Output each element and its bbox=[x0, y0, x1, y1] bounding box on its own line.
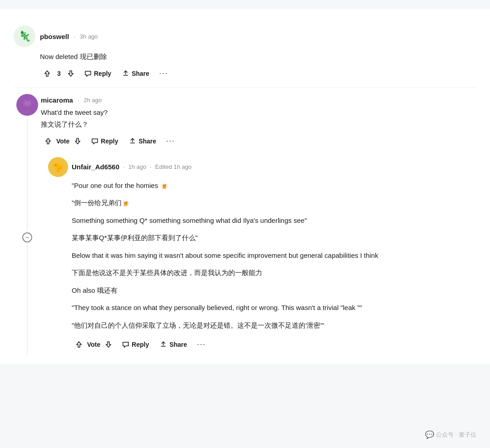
reply-btn-micaroma[interactable]: Reply bbox=[87, 135, 122, 148]
vote-group-pboswell: 3 bbox=[40, 67, 78, 80]
actions-unfair: Vote Reply bbox=[72, 338, 476, 351]
time-micaroma: 2h ago bbox=[84, 97, 102, 103]
thread-line-bottom bbox=[27, 242, 28, 355]
vote-label-unfair: Vote bbox=[87, 341, 100, 348]
more-btn-unfair[interactable]: ··· bbox=[193, 338, 209, 351]
share-btn-pboswell[interactable]: Share bbox=[118, 67, 154, 80]
thread-line-col: 👾 − bbox=[14, 92, 41, 355]
upvote-micaroma[interactable] bbox=[41, 135, 55, 148]
username-unfair: Unfair_Ad6560 bbox=[72, 163, 119, 171]
comment-header-micaroma: micaroma · 2h ago bbox=[41, 96, 476, 104]
timestamp-pboswell: · bbox=[74, 33, 75, 40]
vote-group-micaroma: Vote bbox=[41, 135, 85, 148]
downvote-unfair[interactable] bbox=[101, 338, 116, 351]
thread-content-micaroma: micaroma · 2h ago What'd the tweet say? … bbox=[41, 92, 476, 355]
downvote-micaroma[interactable] bbox=[70, 135, 85, 148]
username-micaroma: micaroma bbox=[41, 96, 73, 104]
avatar-pboswell: 🦎 bbox=[14, 25, 35, 47]
upvote-pboswell[interactable] bbox=[40, 67, 54, 80]
more-btn-pboswell[interactable]: ··· bbox=[156, 67, 172, 80]
avatar-unfair: 🐤 bbox=[48, 157, 68, 177]
upvote-unfair[interactable] bbox=[72, 338, 86, 351]
comment-header-pboswell: 🦎 pboswell · 3h ago bbox=[14, 25, 476, 47]
vote-label-micaroma: Vote bbox=[56, 138, 69, 145]
watermark-icon: 💬 bbox=[425, 430, 434, 439]
reply-header-unfair: 🐤 Unfair_Ad6560 · 1h ago · Edited 1h ago bbox=[48, 157, 476, 177]
reply-para-5-zh: "他们对自己的个人信仰采取了立场，无论是对还是错。这不是一次微不足道的'泄密'" bbox=[72, 320, 476, 331]
thread-micaroma: 👾 − micaroma · 2h ago What'd the tweet s… bbox=[14, 92, 476, 355]
collapse-btn[interactable]: − bbox=[22, 232, 32, 242]
actions-micaroma: Vote Reply bbox=[41, 134, 476, 148]
body-pboswell: Now deleted 现已删除 3 bbox=[40, 52, 476, 80]
vote-group-unfair: Vote bbox=[72, 338, 116, 351]
text-micaroma-zh: 推文说了什么？ bbox=[41, 119, 476, 130]
comment-micaroma: micaroma · 2h ago What'd the tweet say? … bbox=[41, 92, 476, 152]
separator-1 bbox=[14, 88, 476, 88]
username-pboswell: pboswell bbox=[40, 33, 69, 40]
dot-micaroma: · bbox=[78, 97, 79, 103]
more-btn-micaroma[interactable]: ··· bbox=[162, 134, 178, 148]
avatar-micaroma: 👾 bbox=[16, 94, 38, 116]
reply-para-2-en: Something something Q* something somethi… bbox=[72, 216, 476, 226]
page-container: 🦎 pboswell · 3h ago Now deleted 现已删除 3 bbox=[0, 9, 490, 364]
actions-pboswell: 3 Reply Sha bbox=[40, 67, 476, 80]
reply-unfair: 🐤 Unfair_Ad6560 · 1h ago · Edited 1h ago… bbox=[41, 152, 476, 355]
reply-para-5-en: "They took a stance on what they persona… bbox=[72, 303, 476, 313]
text-pboswell: Now deleted 现已删除 bbox=[40, 52, 476, 62]
body-micaroma: What'd the tweet say? 推文说了什么？ Vote bbox=[41, 108, 476, 148]
reply-para-2-zh: 某事某事Q*某事伊利亚的部下看到了什么" bbox=[72, 233, 476, 243]
edited-tag-unfair: Edited 1h ago bbox=[155, 163, 191, 170]
time-pboswell: 3h ago bbox=[80, 33, 98, 40]
reply-btn-unfair[interactable]: Reply bbox=[118, 338, 153, 351]
watermark-text: 公众号 · 量子位 bbox=[436, 431, 476, 439]
reply-para-1-en: "Pour one out for the homies 🍺 bbox=[72, 181, 476, 191]
time-unfair: 1h ago bbox=[128, 163, 147, 170]
reply-para-1-zh: "倒一份给兄弟们🍺 bbox=[72, 198, 476, 208]
watermark: 💬 公众号 · 量子位 bbox=[425, 430, 476, 439]
comment-pboswell: 🦎 pboswell · 3h ago Now deleted 现已删除 3 bbox=[14, 18, 476, 84]
downvote-pboswell[interactable] bbox=[64, 67, 78, 80]
reply-btn-pboswell[interactable]: Reply bbox=[80, 67, 116, 80]
reply-para-3-zh: 下面是他说这不是关于某些具体的改进，而是我认为的一般能力 bbox=[72, 268, 476, 278]
text-micaroma-en: What'd the tweet say? bbox=[41, 108, 476, 118]
vote-count-pboswell: 3 bbox=[55, 70, 63, 77]
share-btn-unfair[interactable]: Share bbox=[155, 338, 191, 351]
reply-para-4-en: Oh also 哦还有 bbox=[72, 286, 476, 296]
reply-para-3-en: Below that it was him saying it wasn't a… bbox=[72, 251, 476, 261]
reply-body-unfair: "Pour one out for the homies 🍺 "倒一份给兄弟们🍺… bbox=[48, 181, 476, 352]
share-btn-micaroma[interactable]: Share bbox=[124, 135, 161, 148]
thread-line bbox=[27, 118, 28, 231]
